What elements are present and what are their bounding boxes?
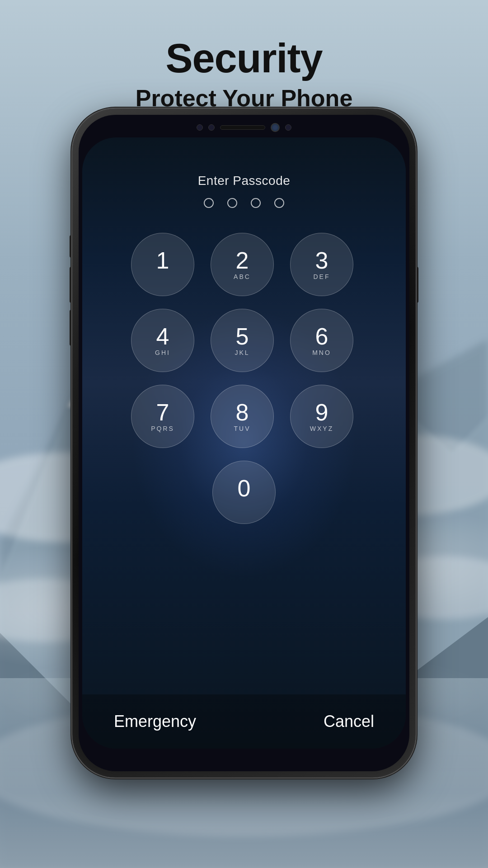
numpad-letters-7: PQRS [151, 425, 174, 432]
phone-screen: Enter Passcode 1 [82, 137, 406, 749]
numpad-digit-0: 0 [238, 476, 251, 500]
bottom-action-bar: Emergency Cancel [82, 694, 406, 749]
passcode-dot-3 [251, 198, 261, 208]
passcode-dots [204, 198, 284, 208]
numpad-digit-5: 5 [236, 325, 249, 348]
emergency-button[interactable]: Emergency [109, 708, 201, 736]
numpad-button-7[interactable]: 7 PQRS [131, 385, 194, 448]
header: Security Protect Your Phone [0, 36, 488, 112]
phone-device: Enter Passcode 1 [72, 108, 416, 778]
numpad-digit-8: 8 [236, 401, 249, 424]
zero-row: 0 [212, 461, 276, 524]
numpad-letters-1 [161, 273, 164, 280]
phone-sensors [197, 123, 291, 132]
numpad-letters-6: MNO [312, 349, 331, 356]
numpad-letters-3: DEF [314, 273, 330, 280]
sensor-dot-left2 [208, 124, 215, 131]
numpad-button-8[interactable]: 8 TUV [211, 385, 274, 448]
numpad-button-3[interactable]: 3 DEF [290, 233, 353, 296]
lock-screen: Enter Passcode 1 [82, 137, 406, 749]
passcode-dot-2 [227, 198, 237, 208]
passcode-label: Enter Passcode [198, 174, 291, 188]
numpad-button-0[interactable]: 0 [212, 461, 276, 524]
numpad-digit-2: 2 [236, 249, 249, 272]
earpiece-speaker [220, 125, 265, 130]
numpad-button-6[interactable]: 6 MNO [290, 309, 353, 372]
numpad-digit-1: 1 [156, 249, 169, 272]
front-camera [271, 123, 280, 132]
numpad-digit-3: 3 [315, 249, 328, 272]
page-title: Security [0, 36, 488, 81]
numpad-letters-0 [243, 501, 246, 508]
passcode-dot-1 [204, 198, 214, 208]
sensor-dot-left [197, 124, 203, 131]
numpad-digit-9: 9 [315, 401, 328, 424]
numpad-letters-8: TUV [234, 425, 251, 432]
cancel-button[interactable]: Cancel [319, 708, 379, 736]
numpad-digit-4: 4 [156, 325, 169, 348]
numpad-letters-5: JKL [235, 349, 249, 356]
numpad-letters-2: ABC [234, 273, 251, 280]
numpad-button-4[interactable]: 4 GHI [131, 309, 194, 372]
numpad-button-5[interactable]: 5 JKL [211, 309, 274, 372]
numpad-letters-9: WXYZ [310, 425, 333, 432]
passcode-dot-4 [274, 198, 284, 208]
numpad-button-2[interactable]: 2 ABC [211, 233, 274, 296]
numpad-button-9[interactable]: 9 WXYZ [290, 385, 353, 448]
phone-shell: Enter Passcode 1 [72, 108, 416, 778]
numpad-digit-7: 7 [156, 401, 169, 424]
numpad-letters-4: GHI [155, 349, 170, 356]
phone-bezel: Enter Passcode 1 [79, 115, 409, 771]
numpad-button-1[interactable]: 1 [131, 233, 194, 296]
numpad-grid: 1 2 ABC 3 DEF 4 GHI [127, 233, 361, 448]
page-subtitle: Protect Your Phone [0, 85, 488, 112]
numpad-digit-6: 6 [315, 325, 328, 348]
sensor-dot-right [285, 124, 291, 131]
